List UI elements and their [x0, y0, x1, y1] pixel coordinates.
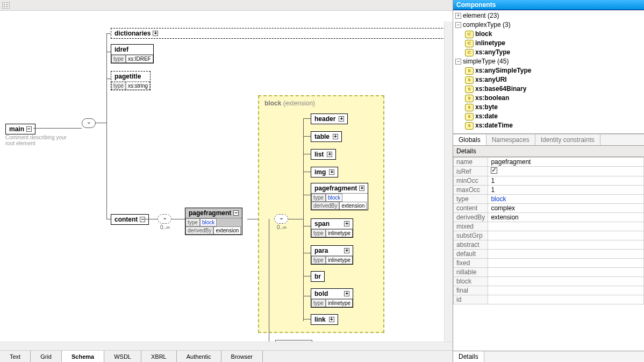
tree-complextype-block[interactable]: ⊂block	[455, 30, 642, 39]
comp-tab-globals[interactable]: Globals	[453, 134, 486, 145]
element-link[interactable]: link+	[311, 314, 338, 325]
diagram-canvas[interactable]: main − Comment describing your root elem…	[0, 11, 453, 342]
tab-browser[interactable]: Browser	[221, 351, 263, 362]
horizontal-scrollbar[interactable]	[0, 342, 453, 350]
sequence-compositor-1[interactable]	[82, 118, 96, 128]
diagram-panel: main − Comment describing your root elem…	[0, 0, 453, 362]
element-pagefragment-child[interactable]: pagefragment+ typeblock derivedByextensi…	[311, 183, 368, 210]
details-key-fixed: fixed	[454, 259, 488, 268]
vertical-scrollbar[interactable]	[444, 22, 453, 342]
element-span[interactable]: span+ typeinlinetype	[311, 218, 353, 238]
details-val-isRef[interactable]	[488, 167, 644, 176]
details-val-final[interactable]	[488, 286, 644, 295]
element-img[interactable]: img+	[311, 167, 338, 178]
details-key-block: block	[454, 277, 488, 286]
tree-st-6[interactable]: sxs:dateTime	[455, 121, 642, 130]
expand-icon[interactable]: +	[329, 317, 334, 322]
comp-tab-namespaces[interactable]: Namespaces	[486, 134, 535, 145]
details-tabs: Details	[453, 351, 644, 362]
cardinality-block: 0..∞	[277, 224, 287, 230]
details-val-type[interactable]: block	[488, 195, 644, 204]
comp-tab-identity[interactable]: Identity constraints	[535, 134, 600, 145]
details-val-minOcc[interactable]: 1	[488, 176, 644, 186]
tab-authentic[interactable]: Authentic	[177, 351, 221, 362]
tree-st-3[interactable]: sxs:boolean	[455, 94, 642, 103]
tree-st-2[interactable]: sxs:base64Binary	[455, 84, 642, 94]
details-key-isRef: isRef	[454, 167, 488, 176]
tree-st-1[interactable]: sxs:anyURI	[455, 75, 642, 84]
element-pagefragment[interactable]: pagefragment − type block derivedBy exte…	[185, 208, 242, 235]
expand-icon[interactable]: +	[344, 291, 349, 296]
details-val-maxOcc[interactable]: 1	[488, 186, 644, 195]
details-key-type: type	[454, 195, 488, 204]
tree-complextype-anytype[interactable]: ⊂xs:anyType	[455, 48, 642, 57]
tree-st-5[interactable]: sxs:date	[455, 112, 642, 121]
details-key-substGrp: substGrp	[454, 231, 488, 240]
details-val-mixed[interactable]	[488, 222, 644, 231]
element-pagetitle[interactable]: pagetitle type xs:string	[111, 71, 151, 90]
element-header[interactable]: header+	[311, 113, 348, 124]
tree-element[interactable]: +element (23)	[455, 11, 642, 20]
details-val-default[interactable]	[488, 250, 644, 259]
tree-complextype-inlinetype[interactable]: ⊂inlinetype	[455, 39, 642, 48]
tree-simpletype[interactable]: −simpleType (45)	[455, 57, 642, 66]
expand-icon[interactable]: +	[153, 31, 158, 36]
expand-icon[interactable]: +	[455, 13, 461, 19]
details-val-nillable[interactable]	[488, 268, 644, 277]
svg-rect-0	[2, 2, 10, 9]
components-title: Components	[453, 0, 644, 10]
tab-wsdl[interactable]: WSDL	[104, 351, 141, 362]
details-val-fixed[interactable]	[488, 259, 644, 268]
element-br[interactable]: br	[311, 271, 325, 282]
element-bold[interactable]: bold+ typeinlinetype	[311, 288, 353, 308]
element-table[interactable]: table+	[311, 131, 342, 142]
details-body: namepagefragmentisRefminOcc1maxOcc1typeb…	[453, 157, 644, 351]
expand-icon[interactable]: +	[344, 248, 349, 253]
details-key-derivedBy: derivedBy	[454, 213, 488, 222]
simpletype-icon: s	[465, 113, 474, 120]
details-val-id[interactable]	[488, 295, 644, 304]
simpletype-icon: s	[465, 122, 474, 130]
element-content[interactable]: content −	[111, 214, 149, 225]
sequence-compositor-3[interactable]	[274, 214, 288, 224]
expand-icon[interactable]: +	[327, 152, 332, 157]
sequence-compositor-2[interactable]	[158, 214, 171, 224]
tree-st-4[interactable]: sxs:byte	[455, 103, 642, 112]
details-val-name[interactable]: pagefragment	[488, 158, 644, 167]
tree-complextype[interactable]: −complexType (3)	[455, 20, 642, 30]
details-key-mixed: mixed	[454, 222, 488, 231]
components-tree[interactable]: +element (23) −complexType (3) ⊂block ⊂i…	[453, 10, 644, 134]
tree-st-0[interactable]: sxs:anySimpleType	[455, 66, 642, 75]
expand-icon[interactable]: +	[329, 169, 334, 175]
right-panel: Components +element (23) −complexType (3…	[453, 0, 644, 362]
components-tabs: Globals Namespaces Identity constraints	[453, 134, 644, 146]
element-para[interactable]: para+ typeinlinetype	[311, 245, 353, 265]
collapse-icon[interactable]: −	[26, 126, 32, 132]
element-main[interactable]: main −	[5, 124, 35, 134]
details-val-block[interactable]	[488, 277, 644, 286]
checkbox-isRef[interactable]	[491, 167, 497, 174]
element-list[interactable]: list+	[311, 149, 336, 160]
tab-xbrl[interactable]: XBRL	[141, 351, 177, 362]
collapse-icon[interactable]: −	[140, 217, 145, 222]
expand-icon[interactable]: +	[344, 221, 349, 226]
details-val-derivedBy[interactable]: extension	[488, 213, 644, 222]
expand-icon[interactable]: +	[333, 134, 338, 139]
expand-icon[interactable]: +	[339, 116, 344, 122]
details-tab[interactable]: Details	[453, 351, 484, 362]
tab-grid[interactable]: Grid	[31, 351, 62, 362]
tab-schema[interactable]: Schema	[62, 351, 104, 362]
expand-icon[interactable]: +	[359, 186, 364, 191]
details-val-content[interactable]: complex	[488, 204, 644, 213]
details-val-abstract[interactable]	[488, 240, 644, 250]
details-val-substGrp[interactable]	[488, 231, 644, 240]
collapse-icon[interactable]: −	[455, 59, 461, 65]
toolbar-grid-icon[interactable]	[1, 1, 11, 10]
simpletype-icon: s	[465, 76, 474, 84]
collapse-icon[interactable]: −	[233, 210, 239, 216]
element-dictionaries[interactable]: dictionaries +	[111, 28, 453, 39]
element-idref[interactable]: idref type xs:IDREF	[111, 44, 154, 63]
tab-text[interactable]: Text	[0, 351, 31, 362]
collapse-icon[interactable]: −	[455, 22, 461, 28]
simpletype-icon: s	[465, 67, 474, 75]
